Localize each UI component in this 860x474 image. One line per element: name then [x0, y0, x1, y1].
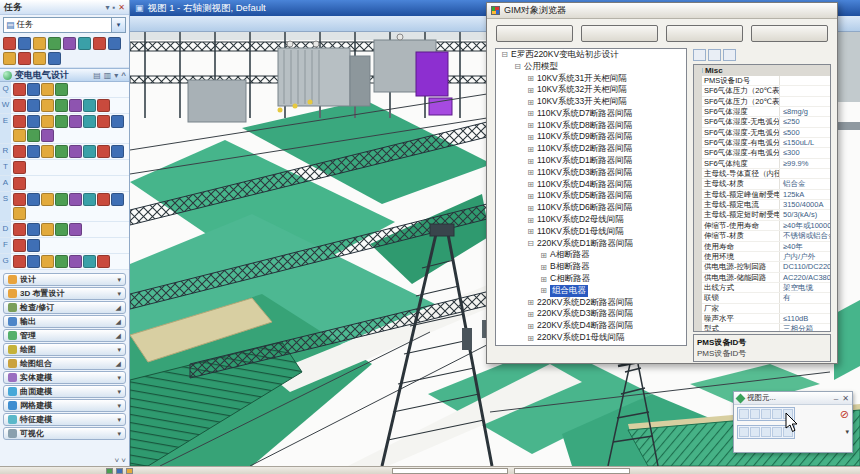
task-tool-icon[interactable] — [93, 37, 106, 50]
tool-icon[interactable] — [69, 99, 82, 112]
property-row[interactable]: SF6气体压力（20℃表压）- 制造厂提供 — [694, 86, 830, 96]
tool-icon[interactable] — [83, 255, 96, 268]
tool-icon[interactable] — [13, 207, 26, 220]
tool-icon[interactable] — [83, 145, 96, 158]
gim-action-button[interactable] — [751, 25, 828, 42]
zoom-out-icon[interactable] — [261, 17, 276, 31]
zoom-in-icon[interactable] — [245, 17, 260, 31]
tree-expander-icon[interactable]: ⊞ — [526, 180, 535, 189]
mini-window-titlebar[interactable]: 视图元... – ✕ — [734, 392, 852, 405]
property-row[interactable]: 出线方式 架空电缆 — [694, 283, 830, 293]
view-attributes-icon[interactable] — [133, 17, 148, 31]
tree-item[interactable]: ⊞ 220KV系统D1母线间隔 — [496, 332, 686, 344]
tree-expander-icon[interactable]: ⊞ — [526, 98, 535, 107]
fence-shape-icon[interactable] — [761, 409, 771, 419]
fence-rect-icon[interactable] — [739, 409, 749, 419]
task-group-button[interactable]: 曲面建模 ▾ — [3, 385, 126, 398]
tool-icon[interactable] — [41, 115, 54, 128]
tasks-close-icon[interactable]: ✕ — [118, 3, 125, 12]
tasks-menu-arrow-icon[interactable]: ▾ — [105, 3, 109, 12]
tool-icon[interactable] — [97, 115, 110, 128]
tool-icon[interactable] — [13, 223, 26, 236]
alphabetical-icon[interactable] — [708, 49, 721, 61]
tree-item[interactable]: ⊞ 110KV系统D8断路器间隔 — [496, 120, 686, 132]
tree-expander-icon[interactable]: ⊞ — [526, 74, 535, 83]
tool-icon[interactable] — [13, 193, 26, 206]
tool-icon[interactable] — [13, 161, 26, 174]
design-menu-arrow-icon[interactable]: ▾ — [114, 71, 118, 80]
tree-expander-icon[interactable]: ⊞ — [526, 168, 535, 177]
tree-item[interactable]: ⊞ 220KV系统D4断路器间隔 — [496, 320, 686, 332]
no-snap-icon[interactable]: ⊘ — [840, 409, 849, 420]
tree-expander-icon[interactable]: ⊟ — [500, 50, 509, 59]
tree-item[interactable]: ⊟ 公用模型 — [496, 61, 686, 73]
tree-expander-icon[interactable]: ⊟ — [526, 239, 535, 248]
tree-expander-icon[interactable]: ⊞ — [526, 322, 535, 331]
tree-item[interactable]: ⊟ 220KV系统D1断路器间隔 — [496, 238, 686, 250]
task-tool-icon[interactable] — [33, 52, 46, 65]
tool-icon[interactable] — [27, 193, 40, 206]
tree-item[interactable]: ⊞ 110KV系统D9断路器间隔 — [496, 132, 686, 144]
tree-expander-icon[interactable]: ⊞ — [526, 133, 535, 142]
property-row[interactable]: 供电电源-储能回路 AC220/AC380V — [694, 273, 830, 283]
adjust-view-icon[interactable] — [197, 17, 212, 31]
tree-expander-icon[interactable]: ⊞ — [539, 251, 548, 260]
tree-expander-icon[interactable]: ⊞ — [526, 86, 535, 95]
property-row[interactable]: SF6气体湿度-无电弧分解物 ≤250 — [694, 117, 830, 127]
tree-item[interactable]: ⊞ C相断路器 — [496, 273, 686, 285]
property-row[interactable]: 厂家 — [694, 304, 830, 314]
tree-item[interactable]: ⊟ E罗西220KV变电站初步设计 — [496, 49, 686, 61]
tree-item[interactable]: ⊞ 110KV系统D7断路器间隔 — [496, 108, 686, 120]
window-area-icon[interactable] — [277, 17, 292, 31]
tool-icon[interactable] — [97, 145, 110, 158]
task-tool-icon[interactable] — [48, 37, 61, 50]
property-row[interactable]: 主母线-导体直径（内径/外径） — [694, 169, 830, 179]
tree-item[interactable]: ⊞ A相断路器 — [496, 250, 686, 262]
tree-expander-icon[interactable]: ⊟ — [513, 62, 522, 71]
display-style-icon[interactable] — [165, 17, 180, 31]
tool-icon[interactable] — [111, 115, 124, 128]
display-style-arrow-icon[interactable] — [181, 17, 196, 31]
tool-icon[interactable] — [13, 129, 26, 142]
tool-icon[interactable] — [27, 223, 40, 236]
property-row[interactable]: 供电电源-控制回路 DC110/DC220/AC220V — [694, 262, 830, 272]
tool-icon[interactable] — [55, 83, 68, 96]
property-row[interactable]: SF6气体纯度 ≥99.9% — [694, 159, 830, 169]
property-row[interactable]: PMS设备ID号 — [694, 76, 830, 86]
tool-icon[interactable] — [41, 223, 54, 236]
view-attributes-arrow-icon[interactable] — [149, 17, 164, 31]
fence-circle-icon[interactable] — [750, 409, 760, 419]
task-group-button[interactable]: 绘图 ▾ — [3, 343, 126, 356]
tool-icon[interactable] — [69, 223, 82, 236]
tree-item[interactable]: ⊞ 110KV系统D4断路器间隔 — [496, 179, 686, 191]
panel-collapse-icon[interactable]: ^ — [121, 71, 126, 80]
gim-action-button[interactable] — [496, 25, 573, 42]
task-group-button[interactable]: 网格建模 ▾ — [3, 399, 126, 412]
tool-icon[interactable] — [27, 145, 40, 158]
tool-icon[interactable] — [97, 193, 110, 206]
layout-tiles-icon[interactable]: ▤ — [93, 71, 101, 80]
tool-icon[interactable] — [41, 193, 54, 206]
tool-icon[interactable] — [69, 255, 82, 268]
gim-action-button[interactable] — [666, 25, 743, 42]
property-row[interactable]: SF6气体湿度-有电弧分解物 ≤300 — [694, 148, 830, 158]
task-tool-icon[interactable] — [63, 37, 76, 50]
property-row[interactable]: SF6气体湿度-无电弧分解物 ≤500 — [694, 128, 830, 138]
tool-icon[interactable] — [41, 145, 54, 158]
tree-expander-icon[interactable]: ⊞ — [526, 334, 535, 343]
tree-expander-icon[interactable]: ⊞ — [526, 298, 535, 307]
tool-icon[interactable] — [41, 83, 54, 96]
task-group-button[interactable]: 可视化 ▾ — [3, 427, 126, 440]
tree-expander-icon[interactable]: ⊞ — [526, 109, 535, 118]
mode-solid-icon[interactable] — [739, 427, 749, 437]
property-row[interactable]: 使用环境 户内/户外 — [694, 252, 830, 262]
tree-item[interactable]: ⊞ 110KV系统D5断路器间隔 — [496, 191, 686, 203]
tool-icon[interactable] — [13, 115, 26, 128]
copy-view-icon[interactable] — [341, 17, 356, 31]
tool-icon[interactable] — [27, 239, 40, 252]
tree-item[interactable]: ⊞ 110KV系统D3断路器间隔 — [496, 167, 686, 179]
view-next-icon[interactable] — [325, 17, 340, 31]
task-tool-icon[interactable] — [18, 52, 31, 65]
property-row[interactable]: 联锁 有 — [694, 293, 830, 303]
fence-poly-icon[interactable] — [772, 409, 782, 419]
